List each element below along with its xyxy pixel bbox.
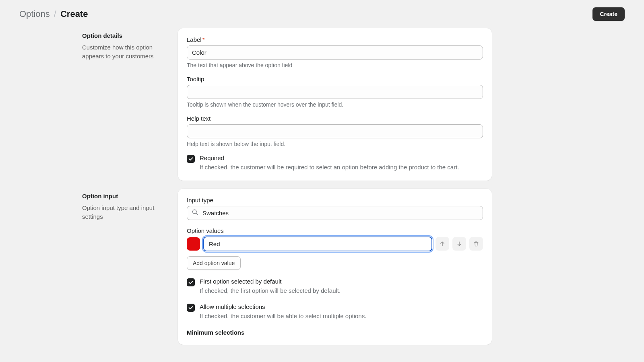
label-help: The text that appear above the option fi…	[187, 62, 483, 68]
card-option-details: Label* The text that appear above the op…	[178, 28, 492, 181]
first-selected-desc: If checked, the first option will be sel…	[200, 286, 483, 295]
section-desc-details: Customize how this option appears to you…	[82, 43, 168, 61]
breadcrumb-separator: /	[54, 9, 56, 19]
check-icon	[188, 156, 194, 162]
label-input[interactable]	[187, 45, 483, 60]
allow-multiple-checkbox[interactable]	[187, 304, 195, 312]
swatch-color[interactable]	[187, 237, 200, 251]
move-up-button[interactable]	[436, 237, 449, 251]
min-selections-label: Minimum selections	[187, 329, 483, 336]
trash-icon	[473, 241, 479, 247]
allow-multiple-label: Allow multiple selections	[200, 303, 483, 310]
helptext-input[interactable]	[187, 124, 483, 138]
required-desc: If checked, the customer will be require…	[200, 163, 483, 172]
option-value-input[interactable]	[203, 237, 432, 251]
breadcrumb: Options / Create	[19, 9, 88, 19]
card-option-input: Input type Option values	[178, 189, 492, 345]
delete-value-button[interactable]	[469, 237, 483, 251]
first-selected-checkbox[interactable]	[187, 278, 195, 286]
section-title-details: Option details	[82, 32, 168, 39]
arrow-up-icon	[439, 241, 446, 247]
check-icon	[188, 305, 194, 311]
page-header: Options / Create Create	[0, 0, 644, 28]
section-desc-input: Option input type and input settings	[82, 204, 168, 221]
section-option-details: Option details Customize how this option…	[19, 28, 625, 181]
tooltip-help: Tooltip is shown when the customer hover…	[187, 101, 483, 108]
helptext-field-label: Help text	[187, 115, 483, 122]
label-field-label: Label*	[187, 36, 483, 43]
add-option-value-button[interactable]: Add option value	[187, 256, 241, 270]
required-checkbox[interactable]	[187, 155, 195, 163]
required-asterisk: *	[202, 36, 205, 43]
required-label: Required	[200, 154, 483, 161]
search-icon	[192, 209, 198, 217]
allow-multiple-desc: If checked, the customer will be able to…	[200, 312, 483, 321]
check-icon	[188, 280, 194, 285]
create-button[interactable]: Create	[592, 7, 625, 21]
option-values-label: Option values	[187, 227, 483, 234]
section-option-input: Option input Option input type and input…	[19, 189, 625, 345]
first-selected-label: First option selected by default	[200, 278, 483, 285]
breadcrumb-current: Create	[60, 9, 88, 19]
section-title-input: Option input	[82, 193, 168, 200]
input-type-label: Input type	[187, 197, 483, 204]
move-down-button[interactable]	[452, 237, 466, 251]
option-value-row	[187, 237, 483, 251]
tooltip-input[interactable]	[187, 85, 483, 99]
input-type-select[interactable]	[187, 206, 483, 220]
breadcrumb-parent[interactable]: Options	[19, 9, 50, 19]
svg-point-0	[193, 210, 196, 214]
helptext-help: Help text is shown below the input field…	[187, 141, 483, 147]
tooltip-field-label: Tooltip	[187, 76, 483, 82]
arrow-down-icon	[456, 241, 462, 247]
